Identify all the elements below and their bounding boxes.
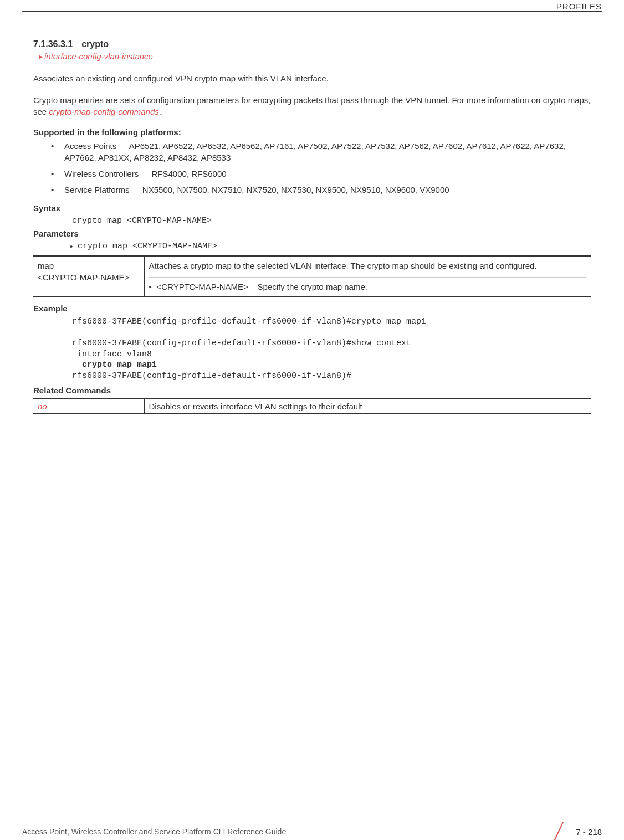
syntax-code: crypto map <CRYPTO-MAP-NAME> — [72, 216, 591, 226]
example-line: rfs6000-37FABE(config-profile-default-rf… — [72, 339, 411, 348]
header-category: PROFILES — [556, 2, 602, 11]
footer-title: Access Point, Wireless Controller and Se… — [22, 827, 286, 836]
list-item: Access Points — AP6521, AP6522, AP6532, … — [33, 140, 591, 163]
example-line: rfs6000-37FABE(config-profile-default-rf… — [72, 317, 426, 326]
parameters-heading: Parameters — [33, 229, 591, 238]
related-heading: Related Commands — [33, 386, 591, 395]
related-table: no Disables or reverts interface VLAN se… — [33, 398, 591, 414]
example-line: interface vlan8 — [72, 350, 152, 359]
intro-paragraph-2: Crypto map entries are sets of configura… — [33, 94, 591, 117]
platforms-list: Access Points — AP6521, AP6522, AP6532, … — [33, 140, 591, 196]
intro-paragraph-1: Associates an existing and configured VP… — [33, 73, 591, 84]
example-line: rfs6000-37FABE(config-profile-default-rf… — [72, 371, 351, 381]
param-name-cell: map <CRYPTO-MAP-NAME> — [33, 256, 144, 296]
section-heading: 7.1.36.3.1crypto — [33, 39, 591, 49]
section-title: crypto — [81, 39, 109, 49]
related-desc: Disables or reverts interface VLAN setti… — [144, 399, 591, 414]
example-code: rfs6000-37FABE(config-profile-default-rf… — [72, 316, 591, 381]
crypto-map-link[interactable]: crypto-map-config-commands — [49, 107, 158, 116]
platforms-heading: Supported in the following platforms: — [33, 127, 591, 137]
example-line-bold: crypto map map1 — [72, 360, 157, 370]
table-row: map <CRYPTO-MAP-NAME> Attaches a crypto … — [33, 256, 591, 296]
syntax-heading: Syntax — [33, 203, 591, 213]
breadcrumb[interactable]: ▸interface-config-vlan-instance — [39, 52, 591, 62]
param-desc-sub: <CRYPTO-MAP-NAME> – Specify the crypto m… — [149, 277, 587, 293]
arrow-right-icon: ▸ — [39, 52, 43, 61]
table-row: no Disables or reverts interface VLAN se… — [33, 399, 591, 414]
list-item: Wireless Controllers — RFS4000, RFS6000 — [33, 168, 591, 180]
list-item: Service Platforms — NX5500, NX7500, NX75… — [33, 184, 591, 196]
param-desc-cell: Attaches a crypto map to the selected VL… — [144, 256, 591, 296]
parameters-bullet: crypto map <CRYPTO-MAP-NAME> — [78, 242, 591, 251]
footer: Access Point, Wireless Controller and Se… — [22, 823, 602, 840]
page-number: 7 - 218 — [576, 827, 602, 837]
section-number: 7.1.36.3.1 — [33, 39, 73, 49]
param-name-line2: <CRYPTO-MAP-NAME> — [38, 273, 129, 282]
slash-icon — [547, 823, 569, 840]
related-cmd[interactable]: no — [33, 399, 144, 414]
intro-p2-suffix: . — [159, 107, 161, 116]
example-heading: Example — [33, 304, 591, 313]
parameters-table: map <CRYPTO-MAP-NAME> Attaches a crypto … — [33, 255, 591, 297]
param-name-line1: map — [38, 261, 54, 270]
param-desc-main: Attaches a crypto map to the selected VL… — [149, 260, 587, 272]
breadcrumb-text: interface-config-vlan-instance — [44, 52, 153, 61]
